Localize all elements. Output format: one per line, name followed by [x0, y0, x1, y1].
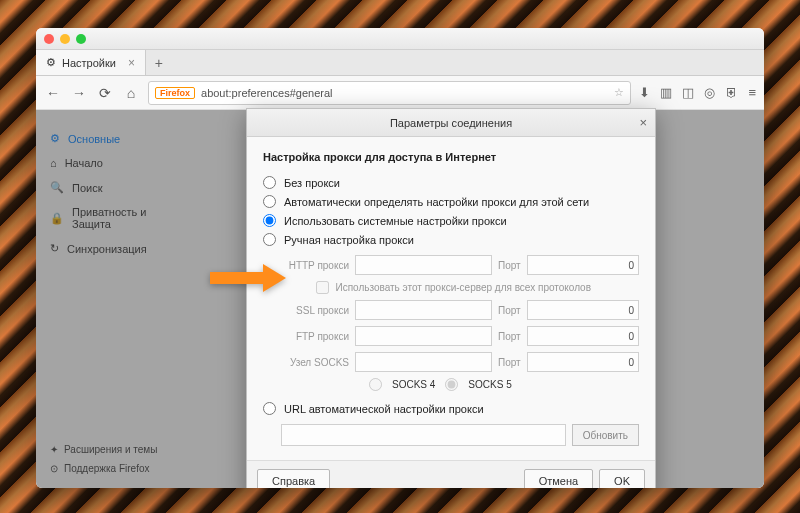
- download-icon[interactable]: ⬇: [639, 85, 650, 100]
- proxy-fields: HTTP прокси Порт Использовать этот прокс…: [281, 255, 639, 391]
- ssl-proxy-input[interactable]: [355, 300, 492, 320]
- refresh-button[interactable]: Обновить: [572, 424, 639, 446]
- window-zoom-icon[interactable]: [76, 34, 86, 44]
- gear-icon: ⚙: [46, 56, 56, 69]
- back-icon[interactable]: ←: [44, 85, 62, 101]
- search-icon: 🔍: [50, 181, 64, 194]
- socks-proxy-row: Узел SOCKS Порт: [281, 352, 639, 372]
- sidebar-item-label: Основные: [68, 133, 120, 145]
- socks4-radio[interactable]: [369, 378, 382, 391]
- sync-icon: ↻: [50, 242, 59, 255]
- sidebar-item-home[interactable]: ⌂ Начало: [46, 151, 186, 175]
- socks4-label: SOCKS 4: [392, 379, 435, 390]
- close-icon[interactable]: ×: [639, 115, 647, 130]
- ftp-proxy-row: FTP прокси Порт: [281, 326, 639, 346]
- sidebar-item-general[interactable]: ⚙ Основные: [46, 126, 186, 151]
- radio-auto-url[interactable]: URL автоматической настройки прокси: [263, 399, 639, 418]
- socks-version-row: SOCKS 4 SOCKS 5: [369, 378, 639, 391]
- sidebar-item-label: Поиск: [72, 182, 102, 194]
- ftp-proxy-input[interactable]: [355, 326, 492, 346]
- sidebar-item-label: Поддержка Firefox: [64, 463, 150, 474]
- socks-port-input[interactable]: [527, 352, 639, 372]
- connection-settings-dialog: Параметры соединения × Настройка прокси …: [246, 108, 656, 488]
- browser-window: ⚙ Настройки × + ← → ⟳ ⌂ Firefox about:pr…: [36, 28, 764, 488]
- radio-system-proxy[interactable]: Использовать системные настройки прокси: [263, 211, 639, 230]
- preferences-sidebar: ⚙ Основные ⌂ Начало 🔍 Поиск 🔒 Приватност…: [36, 110, 196, 488]
- http-proxy-label: HTTP прокси: [281, 260, 349, 271]
- radio-label: Без прокси: [284, 177, 340, 189]
- tab-settings[interactable]: ⚙ Настройки ×: [36, 50, 146, 75]
- port-label: Порт: [498, 260, 521, 271]
- auto-url-input-row: Обновить: [281, 424, 639, 446]
- socks-proxy-label: Узел SOCKS: [281, 357, 349, 368]
- forward-icon[interactable]: →: [70, 85, 88, 101]
- radio-input[interactable]: [263, 233, 276, 246]
- url-text: about:preferences#general: [201, 87, 332, 99]
- help-button[interactable]: Справка: [257, 469, 330, 488]
- ftp-port-input[interactable]: [527, 326, 639, 346]
- tab-bar: ⚙ Настройки × +: [36, 50, 764, 76]
- cancel-button[interactable]: Отмена: [524, 469, 593, 488]
- http-proxy-row: HTTP прокси Порт: [281, 255, 639, 275]
- socks5-label: SOCKS 5: [468, 379, 511, 390]
- radio-label: Ручная настройка прокси: [284, 234, 414, 246]
- puzzle-icon: ✦: [50, 444, 58, 455]
- account-icon[interactable]: ◎: [704, 85, 715, 100]
- url-bar[interactable]: Firefox about:preferences#general ☆: [148, 81, 631, 105]
- port-label: Порт: [498, 305, 521, 316]
- http-port-input[interactable]: [527, 255, 639, 275]
- new-tab-button[interactable]: +: [146, 50, 172, 75]
- library-icon[interactable]: ▥: [660, 85, 672, 100]
- radio-input[interactable]: [263, 176, 276, 189]
- use-for-all-row[interactable]: Использовать этот прокси-сервер для всех…: [281, 281, 639, 294]
- sidebar-item-label: Начало: [65, 157, 103, 169]
- star-icon[interactable]: ☆: [614, 86, 624, 99]
- radio-manual-proxy[interactable]: Ручная настройка прокси: [263, 230, 639, 249]
- port-label: Порт: [498, 357, 521, 368]
- tab-close-icon[interactable]: ×: [128, 57, 135, 69]
- ssl-port-input[interactable]: [527, 300, 639, 320]
- http-proxy-input[interactable]: [355, 255, 492, 275]
- radio-label: URL автоматической настройки прокси: [284, 403, 484, 415]
- socks5-radio[interactable]: [445, 378, 458, 391]
- ftp-proxy-label: FTP прокси: [281, 331, 349, 342]
- sidebar-item-search[interactable]: 🔍 Поиск: [46, 175, 186, 200]
- use-for-all-label: Использовать этот прокси-сервер для всех…: [335, 282, 591, 293]
- dialog-body: Настройка прокси для доступа в Интернет …: [247, 137, 655, 460]
- home-icon[interactable]: ⌂: [122, 85, 140, 101]
- dialog-header: Параметры соединения ×: [247, 109, 655, 137]
- reload-icon[interactable]: ⟳: [96, 85, 114, 101]
- home-icon: ⌂: [50, 157, 57, 169]
- window-titlebar: [36, 28, 764, 50]
- radio-input[interactable]: [263, 214, 276, 227]
- help-icon: ⊙: [50, 463, 58, 474]
- menu-icon[interactable]: ≡: [748, 85, 756, 100]
- shield-icon[interactable]: ⛨: [725, 85, 738, 100]
- sidebar-extensions[interactable]: ✦ Расширения и темы: [46, 440, 161, 459]
- port-label: Порт: [498, 331, 521, 342]
- sidebar-item-sync[interactable]: ↻ Синхронизация: [46, 236, 186, 261]
- ssl-proxy-row: SSL прокси Порт: [281, 300, 639, 320]
- sidebar-item-label: Синхронизация: [67, 243, 147, 255]
- use-for-all-checkbox[interactable]: [316, 281, 329, 294]
- radio-no-proxy[interactable]: Без прокси: [263, 173, 639, 192]
- ok-button[interactable]: OK: [599, 469, 645, 488]
- firefox-badge: Firefox: [155, 87, 195, 99]
- window-minimize-icon[interactable]: [60, 34, 70, 44]
- radio-input[interactable]: [263, 402, 276, 415]
- radio-auto-detect[interactable]: Автоматически определять настройки прокс…: [263, 192, 639, 211]
- sidebar-support[interactable]: ⊙ Поддержка Firefox: [46, 459, 161, 478]
- auto-url-input[interactable]: [281, 424, 566, 446]
- dialog-title: Параметры соединения: [390, 117, 512, 129]
- sidebar-item-label: Приватность и Защита: [72, 206, 182, 230]
- lock-icon: 🔒: [50, 212, 64, 225]
- toolbar-right: ⬇ ▥ ◫ ◎ ⛨ ≡: [639, 85, 756, 100]
- sidebar-icon[interactable]: ◫: [682, 85, 694, 100]
- sidebar-item-privacy[interactable]: 🔒 Приватность и Защита: [46, 200, 186, 236]
- dialog-heading: Настройка прокси для доступа в Интернет: [263, 151, 639, 163]
- radio-input[interactable]: [263, 195, 276, 208]
- socks-proxy-input[interactable]: [355, 352, 492, 372]
- sidebar-bottom: ✦ Расширения и темы ⊙ Поддержка Firefox: [46, 440, 161, 478]
- tab-title: Настройки: [62, 57, 116, 69]
- window-close-icon[interactable]: [44, 34, 54, 44]
